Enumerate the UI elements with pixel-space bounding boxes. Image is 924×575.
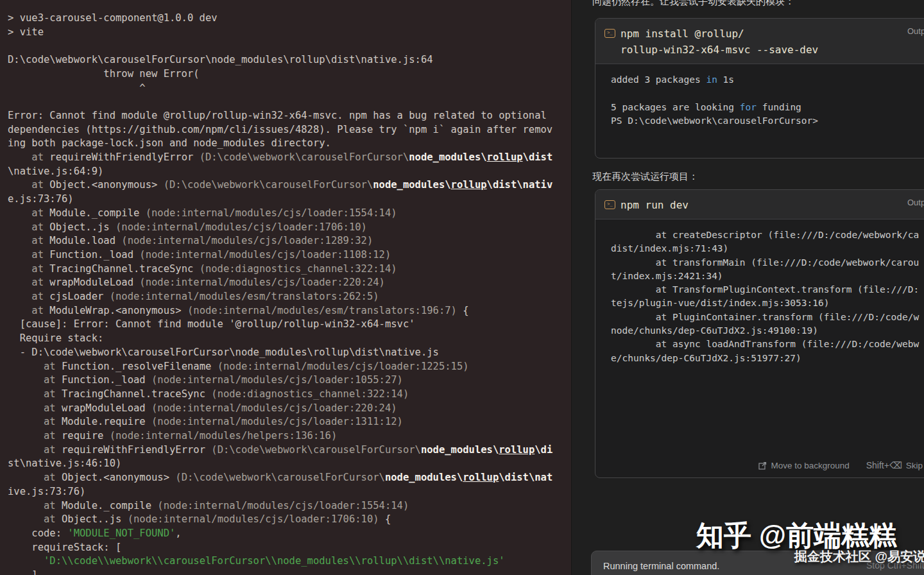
terminal-line: throw new Error( [8,67,571,82]
ai-chat-pane: 问题仍然存在。让我尝试手动安装缺失的模块： >_ npm install @ro… [571,0,924,575]
terminal-line: \native.js:64:9) [8,165,571,179]
status-text: Running terminal command. [603,561,719,571]
output-line: at async loadAndTransform (file:///D:/co… [611,338,924,351]
terminal-line: > vite [8,26,571,40]
output-line: dist/index.mjs:71:43) [611,242,924,255]
terminal-line: at Module._compile (node:internal/module… [8,207,571,221]
terminal-line: at wrapModuleLoad (node:internal/modules… [8,276,571,290]
terminal-line: Require stack: [8,332,571,346]
output-toggle[interactable]: Output [907,26,924,36]
output-line [611,87,924,100]
terminal-line: at TracingChannel.traceSync (node:diagno… [8,262,571,277]
terminal-line: at Function._resolveFilename (node:inter… [8,360,571,374]
terminal-line: at requireWithFriendlyError (D:\code\web… [8,151,571,165]
terminal-line: at ModuleWrap.<anonymous> (node:internal… [8,304,571,318]
terminal-line: at Module.require (node:internal/modules… [8,415,571,429]
output-line: at PluginContainer.transform (file:///D:… [611,311,924,324]
terminal-line: > vue3-carousel-component@1.0.0 dev [8,12,571,26]
terminal-line: at Function._load (node:internal/modules… [8,248,571,262]
terminal-line: at requireWithFriendlyError (D:\code\web… [8,443,571,458]
terminal-line: at Object.<anonymous> (D:\code\webwork\c… [8,471,571,485]
terminal-line: ^ [8,82,571,96]
terminal-prompt-icon: >_ [604,200,615,209]
move-to-background-label: Move to background [771,461,849,470]
code-block-npm-run-dev: >_ npm run dev Output at createDescripto… [595,189,924,478]
move-to-background-button[interactable]: Move to background [758,461,849,470]
terminal-line: D:\code\webwork\carouselForCursor\node_m… [8,53,571,67]
terminal-line: at Object..js (node:internal/modules/cjs… [8,513,571,527]
output-line: added 3 packages in 1s [611,73,924,87]
watermark-juejin: 掘金技术社区 @易安说AI [794,548,924,565]
terminal-line: Error: Cannot find module @rollup/rollup… [8,109,571,123]
terminal-line: ive.js:73:76) [8,485,571,499]
output-line: tejs/plugin-vue/dist/index.mjs:3053:16) [611,296,924,310]
output-line: e/chunks/dep-C6uTJdX2.js:51977:27) [611,352,924,365]
terminal-line: at Object..js (node:internal/modules/cjs… [8,221,571,235]
chat-message-text: 现在再次尝试运行项目： [592,171,698,183]
skip-label: Skip [906,461,923,470]
terminal-line: [cause]: Error: Cannot find module '@rol… [8,318,571,332]
terminal-line: 'D:\\code\\webwork\\carouselForCursor\\n… [8,554,571,569]
backspace-key-icon: Shift+⌫ [866,460,902,470]
output-line: t/index.mjs:2421:34) [611,270,924,283]
terminal-output: > vue3-carousel-component@1.0.0 dev> vit… [8,12,571,575]
output-line: PS D:\code\webwork\carouselForCursor> [611,114,924,128]
output-line: at createDescriptor (file:///D:/code/web… [611,228,924,242]
terminal-line: e.js:73:76) [8,193,571,207]
terminal-line: st\native.js:46:10) [8,457,571,471]
skip-button[interactable]: Shift+⌫ Skip [866,460,923,470]
terminal-line: at TracingChannel.traceSync (node:diagno… [8,388,571,402]
command-text: npm install @rollup/ [620,26,818,42]
code-block-header: >_ npm install @rollup/ rollup-win32-x64… [595,19,924,64]
code-block-npm-install: >_ npm install @rollup/ rollup-win32-x64… [595,18,924,159]
terminal-line: at wrapModuleLoad (node:internal/modules… [8,402,571,416]
screen: > vue3-carousel-component@1.0.0 dev> vit… [0,0,924,575]
terminal-line: - D:\code\webwork\carouselForCursor\node… [8,346,571,360]
chat-message-text: 问题仍然存在。让我尝试手动安装缺失的模块： [592,0,794,8]
terminal-prompt-icon: >_ [604,29,615,38]
terminal-line: at Function._load (node:internal/modules… [8,373,571,388]
output-line: at TransformPluginContext.transform (fil… [611,283,924,296]
open-external-icon [758,461,767,470]
terminal-line: ] [8,569,571,575]
terminal-line: at Object.<anonymous> (D:\code\webwork\c… [8,178,571,193]
terminal-pane[interactable]: > vue3-carousel-component@1.0.0 dev> vit… [0,0,571,575]
command-text-wrap: rollup-win32-x64-msvc --save-dev [620,42,818,58]
command-output: at createDescriptor (file:///D:/code/web… [595,219,924,452]
terminal-line: at cjsLoader (node:internal/modules/esm/… [8,290,571,304]
terminal-line [8,95,571,109]
output-line: at transformMain (file:///D:/code/webwor… [611,256,924,270]
terminal-line [8,39,571,53]
terminal-line: at Module.load (node:internal/modules/cj… [8,234,571,248]
output-toggle[interactable]: Output [907,198,924,207]
terminal-line: at Module._compile (node:internal/module… [8,499,571,513]
terminal-line: dependencies (https://github.com/npm/cli… [8,123,571,137]
terminal-line: ing both package-lock.json and node_modu… [8,137,571,151]
code-block-header: >_ npm run dev Output [595,190,924,219]
output-line: node/chunks/dep-C6uTJdX2.js:49100:19) [611,324,924,338]
command-output: added 3 packages in 1s5 packages are loo… [595,64,924,128]
terminal-line: code: 'MODULE_NOT_FOUND', [8,527,571,541]
terminal-line: at require (node:internal/modules/helper… [8,429,571,443]
command-text: npm run dev [620,197,689,213]
output-line: 5 packages are looking for funding [611,101,924,114]
terminal-line: requireStack: [ [8,541,571,555]
